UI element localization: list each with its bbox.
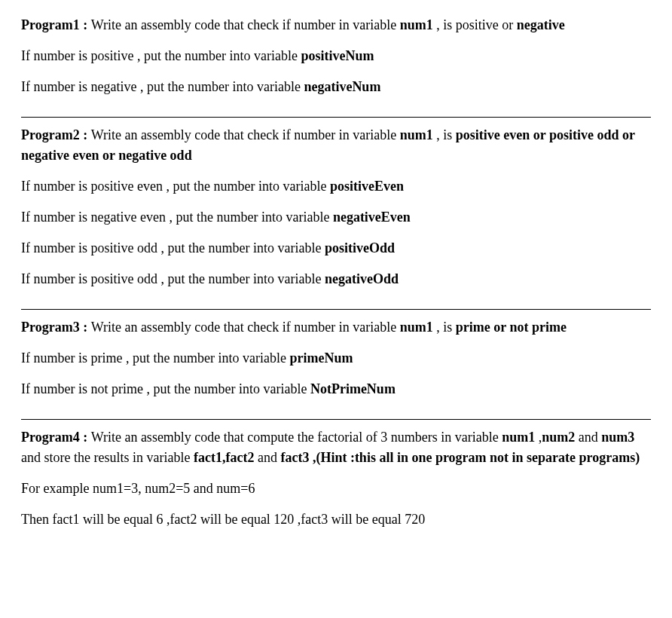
divider xyxy=(21,419,651,420)
program4-desc-d: and store the results in variable xyxy=(21,450,194,465)
program1-line1: If number is positive , put the number i… xyxy=(21,46,651,66)
program1-line2-bold: negativeNum xyxy=(304,79,380,94)
program3-section: Program3 : Write an assembly code that c… xyxy=(21,317,651,416)
program2-line3-bold: positiveOdd xyxy=(325,240,395,255)
program4-var1: num1 xyxy=(502,430,535,445)
program1-line2-prefix: If number is negative , put the number i… xyxy=(21,79,304,94)
program4-section: Program4 : Write an assembly code that c… xyxy=(21,427,651,546)
program1-label: Program1 : xyxy=(21,17,91,32)
program2-line4-bold: negativeOdd xyxy=(325,271,399,286)
program4-var4: fact1,fact2 xyxy=(194,450,254,465)
program3-line1-prefix: If number is prime , put the number into… xyxy=(21,350,289,366)
program3-line2-prefix: If number is not prime , put the number … xyxy=(21,381,310,396)
program4-title: Program4 : Write an assembly code that c… xyxy=(21,427,651,468)
program2-line2: If number is negative even , put the num… xyxy=(21,207,651,228)
program2-line1: If number is positive even , put the num… xyxy=(21,176,651,197)
program2-var: num1 xyxy=(400,127,433,142)
program1-keyword: negative xyxy=(517,17,565,32)
program4-desc-e: and xyxy=(254,450,280,465)
program4-example: For example num1=3, num2=5 and num=6 xyxy=(21,479,651,499)
program1-title: Program1 : Write an assembly code that c… xyxy=(21,15,651,35)
program1-line1-prefix: If number is positive , put the number i… xyxy=(21,48,301,63)
program4-var5: fact3 ,(Hint :this all in one program no… xyxy=(280,450,640,465)
program4-desc-a: Write an assembly code that compute the … xyxy=(91,430,502,445)
program4-result: Then fact1 will be equal 6 ,fact2 will b… xyxy=(21,509,651,530)
program3-title: Program3 : Write an assembly code that c… xyxy=(21,317,651,338)
program3-line1-bold: primeNum xyxy=(289,350,353,366)
program2-label: Program2 : xyxy=(21,127,91,142)
program2-line4: If number is positive odd , put the numb… xyxy=(21,269,651,289)
program2-line2-bold: negativeEven xyxy=(333,210,411,225)
program2-desc-b: , is xyxy=(433,127,456,142)
divider xyxy=(21,117,651,118)
program3-line1: If number is prime , put the number into… xyxy=(21,348,651,369)
program3-var: num1 xyxy=(400,320,433,335)
program2-line4-prefix: If number is positive odd , put the numb… xyxy=(21,271,325,286)
program2-line1-prefix: If number is positive even , put the num… xyxy=(21,179,330,194)
divider xyxy=(21,309,651,310)
program1-desc-a: Write an assembly code that check if num… xyxy=(91,17,400,32)
program2-title: Program2 : Write an assembly code that c… xyxy=(21,125,651,166)
program1-section: Program1 : Write an assembly code that c… xyxy=(21,15,651,114)
program2-desc-a: Write an assembly code that check if num… xyxy=(91,127,400,142)
program1-var: num1 xyxy=(400,17,433,32)
program4-label: Program4 : xyxy=(21,430,91,445)
program4-var2: num2 xyxy=(542,430,575,445)
program3-line2-bold: NotPrimeNum xyxy=(310,381,396,396)
program2-line1-bold: positiveEven xyxy=(330,179,404,194)
program3-label: Program3 : xyxy=(21,320,91,335)
program1-line2: If number is negative , put the number i… xyxy=(21,77,651,97)
program3-desc-a: Write an assembly code that check if num… xyxy=(91,320,400,335)
program1-desc-b: , is positive or xyxy=(433,17,517,32)
program3-desc-b: , is xyxy=(433,320,456,335)
program2-section: Program2 : Write an assembly code that c… xyxy=(21,125,651,306)
program4-desc-c: and xyxy=(575,430,601,445)
program2-line3-prefix: If number is positive odd , put the numb… xyxy=(21,240,325,255)
program4-desc-b: , xyxy=(535,430,542,445)
program2-line2-prefix: If number is negative even , put the num… xyxy=(21,210,333,225)
program3-keyword: prime or not prime xyxy=(456,320,567,335)
program1-line1-bold: positiveNum xyxy=(301,48,374,63)
program3-line2: If number is not prime , put the number … xyxy=(21,379,651,399)
program2-line3: If number is positive odd , put the numb… xyxy=(21,238,651,259)
program4-var3: num3 xyxy=(601,430,634,445)
